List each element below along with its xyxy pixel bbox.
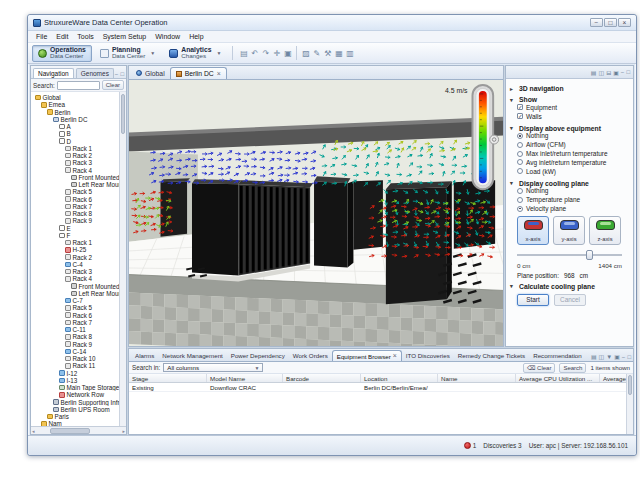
menu-system-setup[interactable]: System Setup [99, 32, 151, 41]
move-icon[interactable]: ✛ [271, 49, 282, 58]
report-icon[interactable]: ▨ [300, 49, 311, 58]
tree-item-rack-4[interactable]: Rack 4 [33, 275, 119, 282]
close-button[interactable]: × [618, 18, 631, 27]
tree-item-rack-8[interactable]: Rack 8 [33, 333, 119, 340]
tree-item-rack-9[interactable]: Rack 9 [33, 341, 119, 348]
minimize-icon[interactable]: − [621, 69, 625, 75]
column-model-name[interactable]: Model Name [207, 374, 283, 382]
tab-ito-discoveries[interactable]: ITO Discoveries [402, 350, 454, 361]
editor-tab-global[interactable]: Global [131, 67, 170, 79]
tree-item-rack-11[interactable]: Rack 11 [33, 362, 119, 369]
column-stage[interactable]: Stage [129, 374, 207, 382]
tab-equipment-browser[interactable]: Equipment Browser× [332, 350, 402, 361]
copy-icon[interactable]: ▣ [282, 49, 293, 58]
tab-alarms[interactable]: Alarms [131, 350, 158, 361]
tree-item-rack-5[interactable]: Rack 5 [33, 304, 119, 311]
perspective-operations[interactable]: OperationsData Center [32, 45, 92, 62]
section-display-above-equipment[interactable]: ▾Display above equipment [510, 125, 629, 132]
maximize-icon[interactable]: □ [627, 354, 631, 360]
table-search-button[interactable]: Search [559, 363, 586, 373]
tree-horizontal-scrollbar[interactable]: ◂ ▸ [31, 426, 126, 434]
tree-item-rack-4[interactable]: Rack 4 [33, 167, 119, 174]
pin-view-icon[interactable]: ▣ [614, 354, 620, 360]
minimize-icon[interactable]: − [622, 354, 626, 360]
menu-help[interactable]: Help [185, 32, 207, 41]
tree-item-i-13[interactable]: I-13 [33, 377, 119, 384]
column-average-cpu-utilization[interactable]: Average CPU Utilization ... [516, 374, 600, 382]
view-menu-icon[interactable]: ▤ [591, 69, 597, 76]
tab-network-management[interactable]: Network Management [158, 350, 227, 361]
tree-item-rack-6[interactable]: Rack 6 [33, 312, 119, 319]
radio-load-kw[interactable]: Load (kW) [517, 167, 629, 176]
tab-navigation[interactable]: Navigation [33, 68, 74, 78]
column-name[interactable]: Name [438, 374, 516, 382]
tree-item-rack-10[interactable]: Rack 10 [33, 355, 119, 362]
radio-avg-inlet-return-temperature[interactable]: Avg inlet/return temperature [517, 158, 629, 167]
tree-item-rack-6[interactable]: Rack 6 [33, 196, 119, 203]
checkbox-walls[interactable]: ✓Walls [517, 112, 629, 121]
tree-item-rack-3[interactable]: Rack 3 [33, 159, 119, 166]
tree-item-emea[interactable]: Emea [33, 101, 119, 108]
tree-item-e[interactable]: E [33, 225, 119, 232]
discoveries-label[interactable]: Discoveries 3 [483, 442, 521, 449]
tree-item-rack-5[interactable]: Rack 5 [33, 188, 119, 195]
window-layout-icon[interactable]: ▦ [333, 49, 344, 58]
tree-item-rack-9[interactable]: Rack 9 [33, 217, 119, 224]
split-horizontal-icon[interactable]: ◫ [598, 69, 604, 76]
tree-item-rack-1[interactable]: Rack 1 [33, 145, 119, 152]
plane-position-slider[interactable] [517, 250, 622, 260]
column-location[interactable]: Location [361, 374, 438, 382]
radio-max-inlet-return-temperature[interactable]: Max inlet/return temperature [517, 149, 629, 158]
tab-work-orders[interactable]: Work Orders [289, 350, 332, 361]
menu-tools[interactable]: Tools [73, 32, 97, 41]
tree-item-c-4[interactable]: C-4 [33, 261, 119, 268]
radio-temperature-plane[interactable]: Temperature plane [517, 195, 629, 204]
menu-file[interactable]: File [32, 32, 51, 41]
tree-item-c-7[interactable]: C-7 [33, 297, 119, 304]
table-clear-button[interactable]: ⌫ Clear [523, 363, 556, 373]
tab-recommendation[interactable]: Recommendation [529, 350, 586, 361]
tree-item-berlin-supporting-infrastru[interactable]: Berlin Supporting Infrastru [33, 399, 119, 406]
column-barcode[interactable]: Barcode [283, 374, 361, 382]
tree-item-rack-7[interactable]: Rack 7 [33, 319, 119, 326]
tree-item-a[interactable]: A [33, 123, 119, 130]
tree-item-paris[interactable]: Paris [33, 413, 119, 420]
radio-airflow-cfm[interactable]: Airflow (CFM) [517, 140, 629, 149]
maximize-button[interactable]: □ [604, 18, 617, 27]
tree-item-f[interactable]: F [33, 232, 119, 239]
radio-nothing[interactable]: Nothing [517, 187, 629, 196]
radio-nothing[interactable]: Nothing [517, 132, 629, 141]
tree-item-main-tape-storage[interactable]: Main Tape Storage [33, 384, 119, 391]
section-show[interactable]: ▾Show [510, 96, 629, 103]
3d-scene-view[interactable]: 4.5 m/s [129, 80, 503, 346]
tree-item-rack-2[interactable]: Rack 2 [33, 152, 119, 159]
tree-item-front-mounted[interactable]: Front Mounted [33, 283, 119, 290]
tab-genomes[interactable]: Genomes [76, 68, 114, 78]
section-calculate-cooling-plane[interactable]: ▾Calculate cooling plane [510, 283, 629, 290]
section-display-cooling-plane[interactable]: ▾Display cooling plane [510, 180, 629, 187]
table-vertical-scrollbar[interactable] [626, 374, 633, 434]
split-vertical-icon[interactable]: ⊟ [606, 69, 611, 76]
perspective-planning[interactable]: PlanningData Center▼ [94, 45, 161, 62]
tree-item-left-rear-moun[interactable]: Left Rear Moun [33, 290, 119, 297]
titlebar[interactable]: StruxureWare Data Center Operation −□× [28, 15, 636, 31]
tab-remedy-change-tickets[interactable]: Remedy Change Tickets [454, 350, 529, 361]
tree-item-i-12[interactable]: I-12 [33, 370, 119, 377]
redo-icon[interactable]: ↷ [260, 49, 271, 58]
tree-item-c-11[interactable]: C-11 [33, 326, 119, 333]
undo-icon[interactable]: ↶ [249, 49, 260, 58]
tree-item-global[interactable]: Global [33, 94, 119, 101]
alarm-status[interactable]: 1 [464, 442, 477, 449]
tree-item-rack-3[interactable]: Rack 3 [33, 268, 119, 275]
menu-window[interactable]: Window [151, 32, 184, 41]
tree-item-b[interactable]: B [33, 130, 119, 137]
minimize-icon[interactable]: − [115, 71, 119, 77]
tree-item-rack-2[interactable]: Rack 2 [33, 254, 119, 261]
tree-vertical-scrollbar[interactable] [119, 92, 126, 426]
export-icon[interactable]: ▥ [344, 49, 355, 58]
search-column-select[interactable]: All columns ▼ [163, 363, 263, 372]
z-axis-button[interactable]: z-axis [589, 216, 621, 245]
tree-item-left-rear-moun[interactable]: Left Rear Moun [33, 181, 119, 188]
cancel-button[interactable]: Cancel [554, 294, 586, 306]
tree-item-rack-8[interactable]: Rack 8 [33, 210, 119, 217]
